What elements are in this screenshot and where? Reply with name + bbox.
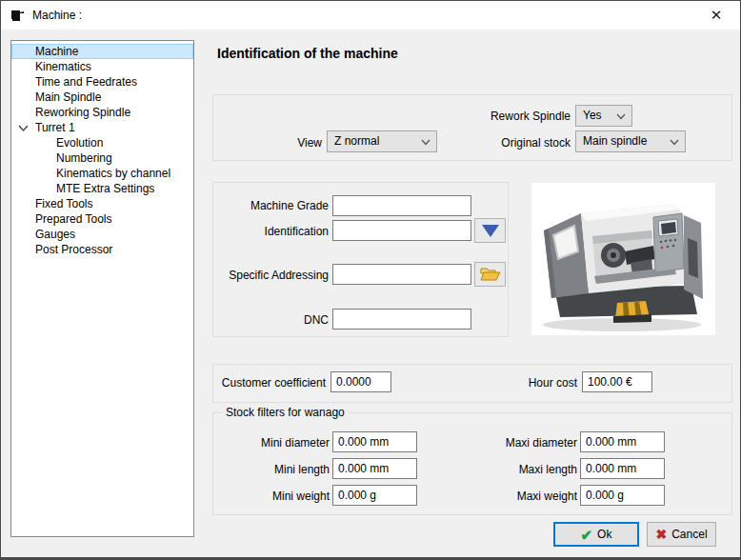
maxi-diameter-input[interactable] (580, 431, 665, 452)
sidebar-item-numbering[interactable]: Numbering (11, 150, 193, 166)
sidebar-item-machine[interactable]: Machine (11, 44, 193, 59)
chevron-down-icon[interactable] (18, 124, 29, 132)
tree-item-label: Numbering (56, 151, 112, 165)
identification-input[interactable] (332, 220, 471, 241)
stock-filters-title: Stock filters for wanago (222, 406, 349, 419)
maxi-length-label: Maxi length (463, 463, 577, 476)
page-title: Identification of the machine (217, 46, 398, 61)
tree-item-label: Post Processor (35, 243, 112, 256)
identification-label: Identification (214, 225, 329, 238)
chevron-down-icon (616, 113, 626, 120)
maxi-weight-label: Maxi weight (463, 490, 577, 503)
mini-weight-input[interactable] (332, 485, 417, 506)
browse-folder-button[interactable] (474, 262, 506, 287)
machine-grade-input[interactable] (332, 195, 471, 216)
tree-item-label: Reworking Spindle (35, 106, 130, 119)
tree-item-label: Machine (35, 45, 78, 58)
maxi-weight-input[interactable] (580, 485, 665, 506)
view-select[interactable]: Z normal (327, 130, 437, 152)
maxi-length-input[interactable] (580, 458, 665, 479)
machine-photo (531, 183, 715, 335)
machine-grade-label: Machine Grade (214, 199, 329, 212)
view-label: View (227, 136, 322, 150)
cancel-button-label: Cancel (671, 528, 707, 541)
tree-item-label: Time and Feedrates (35, 75, 137, 89)
sidebar-item-time-and-feedrates[interactable]: Time and Feedrates (11, 74, 193, 90)
cross-icon: ✖ (655, 528, 667, 541)
tree-item-label: Fixed Tools (35, 197, 92, 210)
dnc-input[interactable] (332, 309, 471, 330)
sidebar-item-kinematics[interactable]: Kinematics (11, 59, 193, 74)
mini-diameter-input[interactable] (332, 431, 417, 452)
sidebar-item-main-spindle[interactable]: Main Spindle (11, 90, 193, 105)
machine-dialog: Machine : ✕ Machine Kinematics Time and … (0, 0, 741, 560)
tree-item-label: Turret 1 (35, 121, 75, 134)
tree-item-label: Gauges (35, 228, 75, 241)
tree-item-label: Main Spindle (35, 90, 101, 104)
sidebar-item-fixed-tools[interactable]: Fixed Tools (11, 196, 193, 211)
tree-item-label: Prepared Tools (35, 212, 112, 226)
tree-item-label: Kinematics by channel (56, 167, 170, 180)
window-title: Machine : (32, 9, 82, 22)
cancel-button[interactable]: ✖ Cancel (647, 522, 716, 547)
sidebar-item-kinematics-by-channel[interactable]: Kinematics by channel (11, 166, 193, 181)
mini-length-label: Mini length (215, 463, 330, 476)
tree-item-label: Kinematics (35, 60, 91, 73)
rework-spindle-value: Yes (583, 109, 602, 122)
dnc-label: DNC (214, 313, 329, 327)
original-stock-value: Main spindle (583, 134, 647, 148)
rework-spindle-label: Rework Spindle (428, 110, 571, 123)
tree-item-label: Evolution (56, 136, 103, 150)
tree-item-label: MTE Extra Settings (56, 182, 154, 195)
chevron-down-icon (670, 139, 679, 146)
original-stock-select[interactable]: Main spindle (575, 130, 686, 152)
machine-icon (10, 9, 25, 22)
customer-coefficient-label: Customer coefficient (216, 376, 326, 390)
mini-length-input[interactable] (332, 458, 417, 479)
original-stock-label: Original stock (428, 136, 571, 150)
specific-addressing-label: Specific Addressing (214, 269, 329, 282)
check-icon: ✔ (581, 528, 593, 542)
sidebar-item-post-processor[interactable]: Post Processor (11, 242, 193, 257)
folder-open-icon (480, 266, 501, 283)
maxi-diameter-label: Maxi diameter (463, 436, 577, 450)
mini-diameter-label: Mini diameter (215, 436, 330, 450)
customer-coefficient-input[interactable] (330, 371, 391, 392)
mini-weight-label: Mini weight (215, 490, 330, 503)
title-bar: Machine : ✕ (1, 1, 740, 30)
settings-tree: Machine Kinematics Time and Feedrates Ma… (10, 40, 194, 537)
sidebar-item-mte-extra-settings[interactable]: MTE Extra Settings (11, 181, 193, 196)
sidebar-item-evolution[interactable]: Evolution (11, 135, 193, 150)
close-icon[interactable]: ✕ (696, 1, 736, 30)
hour-cost-label: Hour cost (482, 376, 577, 390)
hour-cost-input[interactable] (582, 371, 652, 392)
specific-addressing-input[interactable] (332, 264, 471, 285)
ok-button-label: Ok (597, 528, 611, 541)
sidebar-item-prepared-tools[interactable]: Prepared Tools (11, 211, 193, 227)
rework-spindle-select[interactable]: Yes (575, 105, 632, 127)
ok-button[interactable]: ✔ Ok (553, 522, 639, 547)
view-value: Z normal (334, 134, 379, 148)
sidebar-item-reworking-spindle[interactable]: Reworking Spindle (11, 105, 193, 120)
sidebar-item-turret-1[interactable]: Turret 1 (11, 120, 193, 135)
sidebar-item-gauges[interactable]: Gauges (11, 227, 193, 242)
identification-dropdown-button[interactable] (474, 218, 506, 243)
dropdown-triangle-icon (482, 225, 499, 237)
